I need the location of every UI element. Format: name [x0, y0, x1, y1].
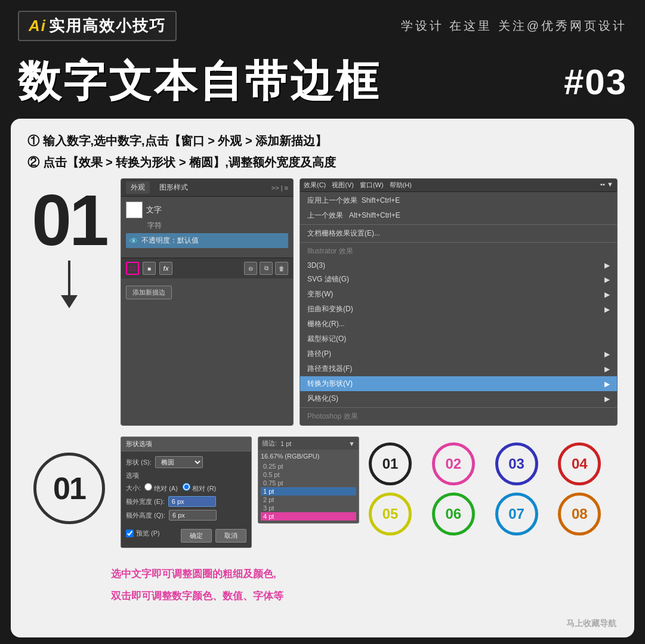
circle-number-01: 01: [33, 453, 105, 524]
label-wenzi: 文字: [146, 205, 162, 215]
fill-icon: ■: [143, 262, 156, 275]
menu-distort[interactable]: 扭曲和变换(D)▶: [300, 302, 617, 317]
menu-apply-last[interactable]: 应用上一个效果 Shift+Ctrl+E: [300, 193, 617, 208]
stroke-dropdown-icon[interactable]: ▼: [348, 440, 355, 447]
menu-rasterize[interactable]: 栅格化(R)...: [300, 317, 617, 332]
fx-icon[interactable]: fx: [159, 262, 172, 275]
divider1: [300, 224, 617, 225]
menu-stylize[interactable]: 风格化(S)▶: [300, 391, 617, 406]
divider2: [300, 242, 617, 243]
content-card: ① 输入数字,选中数字,点击【窗口 > 外观 > 添加新描边】 ② 点击【效果 …: [11, 119, 634, 637]
brand-box: Ai 实用高效小技巧: [18, 11, 177, 41]
menu-doc-settings[interactable]: 文档栅格效果设置(E)...: [300, 226, 617, 241]
caption-line2: 双击即可调整数字颜色、数值、字体等: [111, 588, 618, 604]
tab-appearance[interactable]: 外观: [126, 181, 150, 194]
opacity-label: 不透明度：默认值: [141, 236, 199, 246]
menu-deform[interactable]: 变形(W)▶: [300, 287, 617, 302]
menu-effect[interactable]: 效果(C): [304, 181, 326, 190]
color-swatch: [126, 202, 143, 218]
stroke-header: 描边: 1 pt ▼: [258, 437, 359, 450]
tab-graphic-style[interactable]: 图形样式: [155, 181, 193, 194]
effects-menu-list: 应用上一个效果 Shift+Ctrl+E 上一个效果 Alt+Shift+Ctr…: [300, 192, 617, 425]
ai-panel-body: 文字 字符 👁 不透明度：默认值: [121, 197, 293, 255]
dialog-title: 形状选项: [121, 437, 251, 451]
title-bar: 数字文本自带边框 #03: [0, 47, 645, 119]
menu-icons: ▪▪ ▼: [600, 181, 613, 190]
menu-view[interactable]: 视图(V): [332, 181, 354, 190]
ai-panel-footer: □ ■ fx ⊖ ⧉ 🗑: [121, 258, 293, 278]
menu-path[interactable]: 路径(P)▶: [300, 346, 617, 361]
big-number-01: 01: [32, 184, 106, 256]
ai-panel-header: 外观 图形样式 >> | ≡: [121, 179, 293, 197]
label-zifu: 字符: [126, 221, 288, 231]
caption-line1: 选中文字即可调整圆圈的粗细及颜色,: [111, 566, 618, 582]
stroke-icon: □: [126, 262, 139, 275]
divider3: [300, 407, 617, 408]
header: Ai 实用高效小技巧 学设计 在这里 关注@优秀网页设计: [0, 0, 645, 47]
shape-submenu: 矩形(R)... 圆角矩形(D)... 椭圆(E)...: [617, 295, 618, 343]
visibility-icon: ⊖: [244, 262, 257, 275]
menu-3d[interactable]: 3D(3)▶: [300, 259, 617, 272]
page-title: 数字文本自带边框: [18, 53, 381, 110]
header-tagline: 学设计 在这里 关注@优秀网页设计: [401, 18, 627, 34]
menu-last[interactable]: 上一个效果 Alt+Shift+Ctrl+E: [300, 208, 617, 223]
ai-panel-appearance: 外观 图形样式 >> | ≡ 文字 字符 👁 不透明度：默认值: [121, 178, 294, 426]
stroke-label: 描边:: [262, 439, 277, 448]
panel-arrows: >> | ≡: [271, 184, 288, 191]
caption-area: 选中文字即可调整圆圈的粗细及颜色, 双击即可调整数字颜色、数值、字体等: [111, 453, 618, 604]
delete-icon: 🗑: [275, 262, 288, 275]
step1-text: ① 输入数字,选中数字,点击【窗口 > 外观 > 添加新描边】: [27, 132, 618, 150]
bottom-num-area: 01 选中文字即可调整圆圈的粗细及颜色, 双击即可调整数字颜色、数值、字体等: [27, 453, 618, 604]
menu-convert-shape[interactable]: 转换为形状(V)▶: [300, 376, 617, 391]
arrow-down-icon: [60, 261, 79, 308]
ai-panel-effects: 效果(C) 视图(V) 窗口(W) 帮助(H) ▪▪ ▼ 应用上一个效果 Shi…: [300, 178, 618, 426]
add-stroke-button[interactable]: 添加新描边: [126, 286, 172, 299]
opacity-row: 👁 不透明度：默认值: [126, 233, 288, 248]
brand-suffix: 实用高效小技巧: [49, 17, 166, 35]
footer-brand: 马上收藏导航: [566, 618, 616, 629]
top-screens: 外观 图形样式 >> | ≡ 文字 字符 👁 不透明度：默认值: [121, 178, 618, 426]
menu-ai-effects-label: Illustrator 效果: [300, 244, 617, 259]
copy-icon: ⧉: [260, 262, 273, 275]
hash-number: #03: [564, 61, 627, 103]
menu-ps-effects-label: Photoshop 效果: [300, 409, 617, 424]
menu-help[interactable]: 帮助(H): [390, 181, 412, 190]
big-number-col: 01: [27, 178, 111, 313]
stroke-value: 1 pt: [280, 440, 291, 447]
menu-svg[interactable]: SVG 滤镜(G)▶: [300, 272, 617, 287]
step2-text: ② 点击【效果 > 转换为形状 > 椭圆】,调整额外宽度及高度: [27, 153, 618, 171]
brand-ai: Ai: [29, 17, 47, 35]
add-stroke-area: 添加新描边: [121, 278, 293, 304]
circle-num-text: 01: [53, 470, 85, 506]
menu-cropmark[interactable]: 裁型标记(O): [300, 332, 617, 346]
eye-icon: 👁: [129, 236, 138, 246]
text-row: 文字: [126, 202, 288, 218]
menu-window[interactable]: 窗口(W): [360, 181, 384, 190]
effects-menu-bar: 效果(C) 视图(V) 窗口(W) 帮助(H) ▪▪ ▼: [300, 179, 617, 192]
menu-pathfinder[interactable]: 路径查找器(F)▶: [300, 361, 617, 376]
second-num-col: 01: [27, 453, 111, 524]
